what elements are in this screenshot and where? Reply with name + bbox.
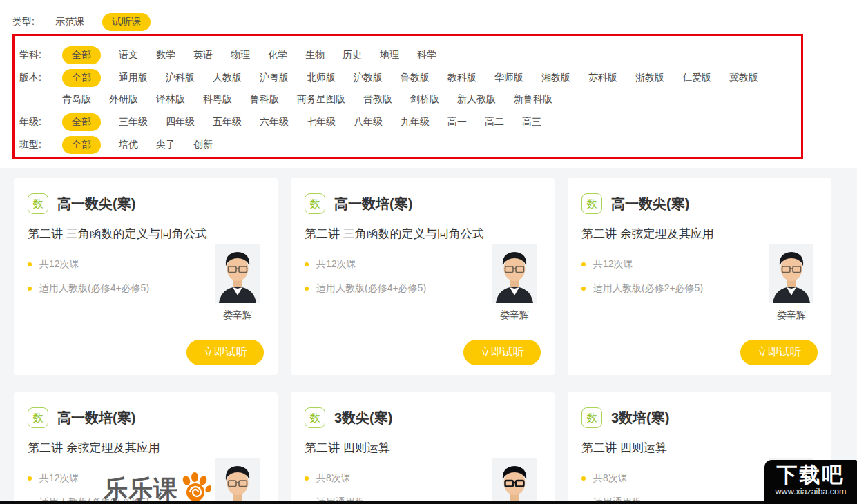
filter-option[interactable]: 五年级 xyxy=(213,113,242,131)
filter-option[interactable]: 高二 xyxy=(485,113,504,131)
filter-option[interactable]: 人教版 xyxy=(213,69,242,87)
filter-option[interactable]: 七年级 xyxy=(307,113,336,131)
filter-option[interactable]: 新人教版 xyxy=(457,90,496,108)
filter-row: 年级: 全部三年级四年级五年级六年级七年级八年级九年级高一高二高三 xyxy=(19,113,801,131)
filter-option[interactable]: 新鲁科版 xyxy=(514,90,552,108)
subject-badge: 数 xyxy=(305,193,325,214)
filter-row-label: 版本: xyxy=(19,69,62,87)
teacher-photo xyxy=(215,244,260,303)
course-card: 数 高一数培(寒) 第二讲 三角函数的定义与同角公式 共12次课适用人教版(必修… xyxy=(291,178,555,375)
course-point-text: 共8次课 xyxy=(593,472,628,485)
filter-option[interactable]: 湘教版 xyxy=(541,69,570,87)
filter-option[interactable]: 物理 xyxy=(231,46,250,64)
filter-options: 示范课试听课 xyxy=(55,13,782,31)
filter-option[interactable]: 北师版 xyxy=(307,69,336,87)
filter-option[interactable]: 鲁科版 xyxy=(250,90,279,108)
filter-option[interactable]: 数学 xyxy=(156,46,175,64)
filter-row-label: 班型: xyxy=(19,136,62,154)
filter-option[interactable]: 三年级 xyxy=(119,113,148,131)
teacher-photo xyxy=(492,458,537,504)
filter-option[interactable]: 八年级 xyxy=(354,113,383,131)
teacher-name: 娄辛辉 xyxy=(490,309,539,322)
filter-option[interactable]: 外研版 xyxy=(109,90,138,108)
filter-option[interactable]: 剑桥版 xyxy=(410,90,439,108)
trial-listen-button[interactable]: 立即试听 xyxy=(463,340,541,365)
filter-option[interactable]: 地理 xyxy=(380,46,399,64)
course-card: 数 3数尖(寒) 第二讲 四则运算 共8次课适用通用版 xyxy=(291,392,555,504)
bullet-dot xyxy=(305,476,309,481)
filter-option[interactable]: 仁爱版 xyxy=(682,69,711,87)
course-point-row: 共8次课 xyxy=(305,472,494,485)
filter-option[interactable]: 六年级 xyxy=(260,113,289,131)
filter-option[interactable]: 教科版 xyxy=(447,69,476,87)
filter-option[interactable]: 九年级 xyxy=(401,113,430,131)
filter-option[interactable]: 四年级 xyxy=(166,113,195,131)
xiazaiba-url: www.xiazaiba.com xyxy=(764,487,857,496)
xiazaiba-watermark: 下载吧 www.xiazaiba.com xyxy=(764,460,857,504)
filter-option[interactable]: 苏科版 xyxy=(588,69,617,87)
filter-option[interactable]: 科粤版 xyxy=(203,90,232,108)
filter-option[interactable]: 华师版 xyxy=(494,69,523,87)
filter-panel: 类型: 示范课试听课 学科: 全部语文数学英语物理化学生物历史地理科学 版本: … xyxy=(0,0,857,168)
filter-options: 全部语文数学英语物理化学生物历史地理科学 xyxy=(62,46,789,64)
filter-option[interactable]: 沪教版 xyxy=(354,69,383,87)
filter-option-selected[interactable]: 全部 xyxy=(62,113,101,131)
filter-option[interactable]: 示范课 xyxy=(55,13,84,31)
filter-option[interactable]: 浙教版 xyxy=(635,69,664,87)
course-points: 共12次课适用人教版(必修4+必修5) xyxy=(305,258,494,295)
course-point-row: 适用人教版(必修4+必修5) xyxy=(28,282,218,295)
filter-option[interactable]: 历史 xyxy=(343,46,362,64)
bullet-dot xyxy=(581,262,586,266)
filter-option[interactable]: 创新 xyxy=(193,136,213,154)
course-point-row: 适用人教版(必修2+必修5) xyxy=(581,282,771,295)
course-listing-page: { "colors": { "accent_yellow": "#fcca00"… xyxy=(0,0,857,504)
filter-option[interactable]: 生物 xyxy=(305,46,325,64)
lele-logo-text: 乐乐课 xyxy=(104,476,178,501)
trial-listen-button[interactable]: 立即试听 xyxy=(740,340,818,365)
course-title: 3数培(寒) xyxy=(611,409,669,427)
teacher-name: 娄辛辉 xyxy=(767,309,816,322)
course-title: 高一数培(寒) xyxy=(57,409,135,427)
subject-badge: 数 xyxy=(581,407,602,428)
filter-option[interactable]: 尖子 xyxy=(156,136,175,154)
filter-option[interactable]: 商务星图版 xyxy=(297,90,345,108)
filter-option[interactable]: 青岛版 xyxy=(62,90,91,108)
filter-option[interactable]: 科学 xyxy=(417,46,436,64)
lesson-title: 第二讲 三角函数的定义与同角公式 xyxy=(28,226,264,242)
filter-option[interactable]: 通用版 xyxy=(119,69,148,87)
filter-option[interactable]: 语文 xyxy=(119,46,138,64)
filter-option[interactable]: 高三 xyxy=(522,113,541,131)
card-divider xyxy=(581,327,818,327)
course-title: 高一数尖(寒) xyxy=(57,195,135,213)
teacher-block: 娄辛辉 xyxy=(490,244,539,322)
teacher-block: 娄辛辉 xyxy=(767,244,816,322)
filter-option[interactable]: 化学 xyxy=(268,46,287,64)
filter-row-label: 类型: xyxy=(12,13,55,31)
lesson-title: 第二讲 三角函数的定义与同角公式 xyxy=(305,226,541,242)
filter-option-selected[interactable]: 全部 xyxy=(62,46,101,64)
filter-option[interactable]: 高一 xyxy=(447,113,467,131)
trial-listen-button[interactable]: 立即试听 xyxy=(186,340,264,365)
filter-option-selected[interactable]: 全部 xyxy=(62,136,101,154)
filter-option[interactable]: 培优 xyxy=(119,136,138,154)
bullet-dot xyxy=(305,262,309,266)
filter-option[interactable]: 沪粤版 xyxy=(260,69,289,87)
course-title: 高一数培(寒) xyxy=(334,195,412,213)
bullet-dot xyxy=(581,476,586,481)
course-point-text: 共8次课 xyxy=(316,472,351,485)
filter-option[interactable]: 冀教版 xyxy=(729,69,758,87)
bullet-dot xyxy=(28,476,32,481)
filter-option[interactable]: 沪科版 xyxy=(166,69,195,87)
filter-option-selected[interactable]: 全部 xyxy=(62,69,101,87)
filter-option[interactable]: 英语 xyxy=(193,46,213,64)
teacher-block: 娄辛辉 xyxy=(213,458,262,504)
filter-option[interactable]: 晋教版 xyxy=(363,90,392,108)
filter-row-label: 年级: xyxy=(19,113,62,131)
filter-row-label: 学科: xyxy=(19,46,62,64)
filter-option[interactable]: 译林版 xyxy=(156,90,185,108)
filter-option[interactable]: 鲁教版 xyxy=(401,69,430,87)
bullet-dot xyxy=(305,287,309,291)
filter-option-selected[interactable]: 试听课 xyxy=(102,13,151,31)
course-card-header: 数 高一数培(寒) xyxy=(28,407,264,428)
course-point-row: 共8次课 xyxy=(581,472,771,485)
